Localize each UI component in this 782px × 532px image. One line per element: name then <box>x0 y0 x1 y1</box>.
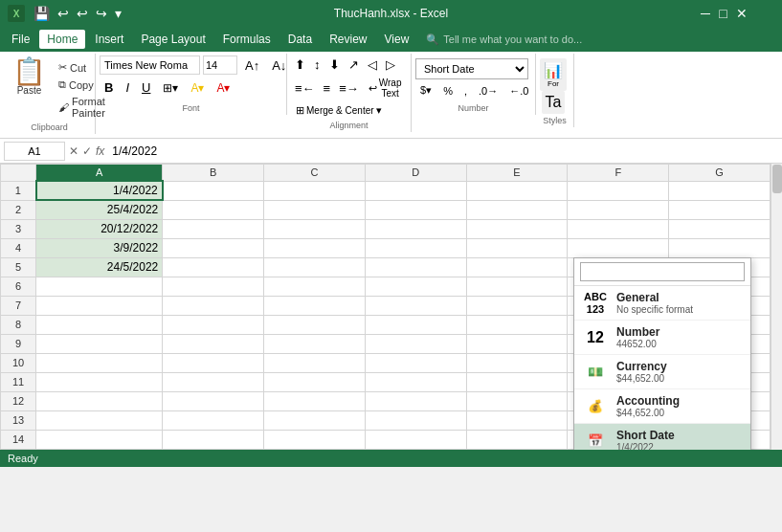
menu-review[interactable]: Review <box>322 30 374 49</box>
increase-decimal-button[interactable]: .0→ <box>474 83 503 99</box>
popup-search-input[interactable] <box>580 262 745 281</box>
cell[interactable] <box>264 238 366 257</box>
row-header-5[interactable]: 5 <box>1 257 36 277</box>
cell[interactable] <box>163 334 264 353</box>
cell[interactable] <box>466 391 568 410</box>
popup-item-accounting[interactable]: 💰 Accounting $44,652.00 <box>574 389 750 424</box>
indent-decrease-button[interactable]: ◁ <box>364 55 381 74</box>
font-name-input[interactable] <box>100 55 200 75</box>
cell[interactable] <box>36 334 163 353</box>
bold-button[interactable]: B <box>100 78 118 97</box>
wrap-text-button[interactable]: ↩Wrap Text <box>364 76 407 100</box>
customize-qat-button[interactable]: ▾ <box>112 5 124 22</box>
conditional-formatting-button[interactable]: 📊 For <box>540 58 567 91</box>
cell[interactable] <box>365 410 466 430</box>
undo-button[interactable]: ↩ <box>55 5 72 22</box>
formula-input[interactable] <box>108 144 778 158</box>
cell[interactable] <box>36 296 163 315</box>
col-header-B[interactable]: B <box>163 165 264 182</box>
cell[interactable] <box>568 181 669 200</box>
cell[interactable] <box>163 257 264 277</box>
cell[interactable] <box>466 181 568 200</box>
cell[interactable] <box>264 219 366 238</box>
paste-button[interactable]: 📋 Paste <box>8 55 51 99</box>
cell[interactable] <box>264 334 366 353</box>
cell[interactable] <box>365 353 466 372</box>
cell[interactable]: 24/5/2022 <box>36 257 163 277</box>
align-bottom-button[interactable]: ⬇ <box>325 55 344 74</box>
minimize-button[interactable]: ─ <box>698 5 713 22</box>
table-button[interactable]: Ta <box>542 91 566 114</box>
row-header-14[interactable]: 14 <box>1 430 36 449</box>
cell[interactable] <box>669 238 771 257</box>
menu-data[interactable]: Data <box>280 30 320 49</box>
underline-button[interactable]: U <box>137 78 155 97</box>
increase-font-button[interactable]: A↑ <box>240 56 264 75</box>
menu-page-layout[interactable]: Page Layout <box>133 30 212 49</box>
row-header-3[interactable]: 3 <box>1 219 36 238</box>
decrease-decimal-button[interactable]: ←.0 <box>504 83 533 99</box>
col-header-A[interactable]: A <box>36 165 163 182</box>
row-header-1[interactable]: 1 <box>1 181 36 200</box>
maximize-button[interactable]: □ <box>716 5 729 22</box>
cell[interactable] <box>568 238 669 257</box>
cell[interactable] <box>163 181 264 200</box>
cell[interactable] <box>466 334 568 353</box>
cell[interactable] <box>264 181 366 200</box>
cell[interactable] <box>466 238 568 257</box>
cell[interactable] <box>365 372 466 391</box>
cell[interactable] <box>163 391 264 410</box>
cell[interactable] <box>365 238 466 257</box>
cell[interactable]: 25/4/2022 <box>36 200 163 219</box>
fill-color-button[interactable]: A▾ <box>186 79 209 97</box>
row-header-7[interactable]: 7 <box>1 296 36 315</box>
cell[interactable] <box>163 296 264 315</box>
cell[interactable] <box>669 219 771 238</box>
menu-formulas[interactable]: Formulas <box>215 30 279 49</box>
popup-item-shortdate[interactable]: 📅 Short Date 1/4/2022 <box>574 424 750 450</box>
scrollbar-thumb[interactable] <box>772 165 782 193</box>
cell[interactable] <box>36 410 163 430</box>
cell[interactable] <box>163 430 264 449</box>
font-size-input[interactable] <box>203 55 237 75</box>
function-icon[interactable]: fx <box>96 144 104 158</box>
row-header-8[interactable]: 8 <box>1 315 36 334</box>
currency-style-button[interactable]: $▾ <box>415 82 436 99</box>
font-color-button[interactable]: A▾ <box>212 79 235 97</box>
cell[interactable] <box>163 353 264 372</box>
cell[interactable] <box>163 315 264 334</box>
cell[interactable] <box>365 315 466 334</box>
popup-item-currency[interactable]: 💵 Currency $44,652.00 <box>574 355 750 389</box>
italic-button[interactable]: I <box>121 78 134 97</box>
orientation-button[interactable]: ↗ <box>345 55 363 74</box>
align-left-button[interactable]: ≡← <box>291 76 319 100</box>
vertical-scrollbar[interactable] <box>771 164 782 450</box>
align-right-button[interactable]: ≡→ <box>335 76 363 100</box>
row-header-9[interactable]: 9 <box>1 334 36 353</box>
menu-file[interactable]: File <box>4 30 37 49</box>
popup-item-general[interactable]: ABC123 General No specific format <box>574 286 750 321</box>
cell[interactable] <box>163 277 264 296</box>
cell[interactable] <box>466 315 568 334</box>
cell[interactable] <box>264 315 366 334</box>
cell[interactable] <box>466 296 568 315</box>
cell[interactable]: 1/4/2022 <box>36 181 163 200</box>
cell[interactable] <box>163 238 264 257</box>
row-header-6[interactable]: 6 <box>1 277 36 296</box>
save-button[interactable]: 💾 <box>31 5 53 22</box>
cell[interactable] <box>568 200 669 219</box>
cell[interactable] <box>36 277 163 296</box>
align-center-button[interactable]: ≡ <box>320 76 335 100</box>
menu-home[interactable]: Home <box>39 30 85 49</box>
cell[interactable] <box>365 334 466 353</box>
align-middle-button[interactable]: ↕ <box>310 55 324 74</box>
cell[interactable] <box>163 410 264 430</box>
cell[interactable] <box>365 430 466 449</box>
menu-insert[interactable]: Insert <box>87 30 131 49</box>
row-header-11[interactable]: 11 <box>1 372 36 391</box>
merge-center-button[interactable]: ⊞Merge & Center▾ <box>291 102 387 119</box>
cell[interactable] <box>568 219 669 238</box>
cell[interactable] <box>264 257 366 277</box>
cell[interactable] <box>163 200 264 219</box>
cell[interactable] <box>264 391 366 410</box>
